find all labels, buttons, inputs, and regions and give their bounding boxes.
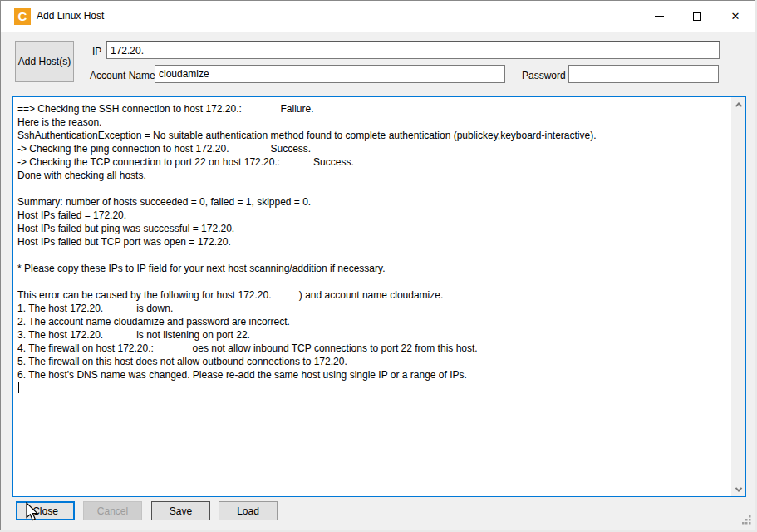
log-line: 2. The account name cloudamize and passw… [17, 315, 730, 328]
log-line: Host IPs failed but ping was successful … [17, 222, 730, 235]
load-button[interactable]: Load [219, 501, 278, 520]
log-line: 5. The firewall on this host does not al… [17, 355, 730, 368]
log-line: Summary: number of hosts succeeded = 0, … [17, 195, 730, 209]
log-line: * Please copy these IPs to IP field for … [17, 262, 730, 275]
log-line: 4. The firewall on host 172.20.: oes not… [17, 342, 730, 355]
log-line: -> Checking the ping connection to host … [17, 142, 730, 155]
resize-grip[interactable] [741, 515, 752, 525]
log-line: Done with checking all hosts. [17, 169, 730, 182]
vertical-scrollbar[interactable] [731, 97, 745, 496]
account-name-input[interactable] [155, 65, 505, 83]
account-name-label: Account Name [90, 70, 155, 81]
text-caret [18, 382, 19, 393]
maximize-button[interactable] [678, 1, 716, 32]
add-linux-host-dialog: C Add Linux Host ✕ Add Host(s) IP Accoun… [0, 0, 755, 530]
ip-input[interactable] [106, 41, 720, 59]
console-log: ==> Checking the SSH connection to host … [13, 97, 731, 496]
log-line: -> Checking the TCP connection to port 2… [17, 155, 730, 169]
scroll-down-button[interactable] [731, 482, 745, 496]
titlebar[interactable]: C Add Linux Host ✕ [1, 1, 755, 32]
maximize-icon [693, 12, 701, 21]
log-line: Here is the reason. [17, 116, 730, 129]
minimize-button[interactable] [640, 1, 678, 32]
log-line [17, 382, 730, 395]
close-window-button[interactable]: ✕ [716, 1, 755, 32]
minimize-icon [655, 16, 664, 17]
chevron-up-icon [735, 102, 741, 109]
close-button[interactable]: Close [16, 501, 75, 520]
chevron-down-icon [735, 485, 741, 491]
log-line: Host IPs failed = 172.20. [17, 209, 730, 222]
log-line: Host IPs failed but TCP port was open = … [17, 235, 730, 249]
log-line: SshAuthenticationException = No suitable… [17, 129, 730, 142]
log-line [17, 182, 730, 195]
log-line: ==> Checking the SSH connection to host … [17, 102, 730, 116]
log-line: This error can be caused by the followin… [17, 288, 730, 302]
log-line [17, 249, 730, 262]
log-line: 3. The host 172.20. is not listening on … [17, 328, 730, 342]
ip-label: IP [92, 46, 101, 57]
add-hosts-button[interactable]: Add Host(s) [15, 41, 74, 82]
window-title: Add Linux Host [37, 10, 104, 22]
save-button[interactable]: Save [151, 501, 210, 520]
log-line [17, 275, 730, 288]
password-input[interactable] [568, 65, 719, 83]
cloudamize-logo-icon: C [14, 8, 31, 25]
log-line: 6. The host's DNS name was changed. Plea… [17, 368, 730, 382]
log-output-textbox[interactable]: ==> Checking the SSH connection to host … [12, 96, 746, 497]
scroll-up-button[interactable] [731, 97, 745, 111]
close-icon: ✕ [731, 10, 740, 22]
cancel-button[interactable]: Cancel [83, 501, 142, 520]
log-line: 1. The host 172.20. is down. [17, 302, 730, 315]
password-label: Password [522, 70, 566, 81]
